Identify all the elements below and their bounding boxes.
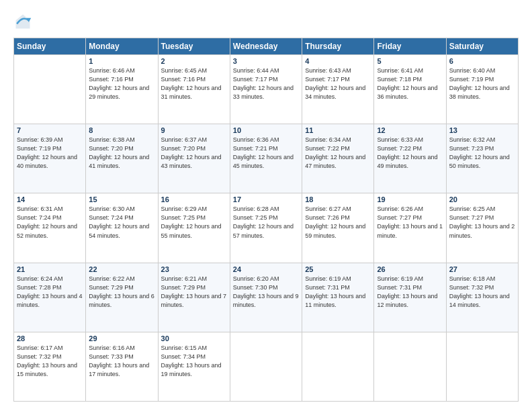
day-cell: 28 Sunrise: 6:17 AMSunset: 7:32 PMDaylig… [14, 332, 86, 401]
day-cell: 11 Sunrise: 6:34 AMSunset: 7:22 PMDaylig… [302, 124, 374, 193]
day-cell: 12 Sunrise: 6:33 AMSunset: 7:22 PMDaylig… [374, 124, 446, 193]
logo-icon [13, 12, 32, 31]
day-cell [230, 332, 302, 401]
header-day-tuesday: Tuesday [158, 38, 230, 55]
day-cell: 19 Sunrise: 6:26 AMSunset: 7:27 PMDaylig… [374, 193, 446, 263]
day-number: 11 [305, 126, 371, 134]
day-number: 21 [17, 265, 83, 273]
day-cell: 2 Sunrise: 6:45 AMSunset: 7:16 PMDayligh… [158, 55, 230, 124]
day-cell: 3 Sunrise: 6:44 AMSunset: 7:17 PMDayligh… [230, 55, 302, 124]
day-number: 8 [89, 126, 154, 134]
day-info: Sunrise: 6:15 AMSunset: 7:34 PMDaylight:… [161, 344, 227, 379]
day-info: Sunrise: 6:19 AMSunset: 7:31 PMDaylight:… [377, 275, 443, 310]
week-row-4: 21 Sunrise: 6:24 AMSunset: 7:28 PMDaylig… [14, 263, 519, 332]
day-number: 18 [305, 195, 371, 203]
day-info: Sunrise: 6:24 AMSunset: 7:28 PMDaylight:… [17, 275, 83, 310]
day-cell: 4 Sunrise: 6:43 AMSunset: 7:17 PMDayligh… [302, 55, 374, 124]
day-number: 14 [17, 195, 83, 203]
header-day-sunday: Sunday [14, 38, 86, 55]
day-number: 7 [17, 126, 83, 134]
day-info: Sunrise: 6:19 AMSunset: 7:31 PMDaylight:… [305, 275, 371, 310]
day-number: 26 [377, 265, 443, 273]
day-info: Sunrise: 6:43 AMSunset: 7:17 PMDaylight:… [305, 66, 371, 101]
day-info: Sunrise: 6:27 AMSunset: 7:26 PMDaylight:… [305, 205, 371, 240]
day-number: 10 [233, 126, 299, 134]
day-cell: 17 Sunrise: 6:28 AMSunset: 7:25 PMDaylig… [230, 193, 302, 263]
week-row-3: 14 Sunrise: 6:31 AMSunset: 7:24 PMDaylig… [14, 193, 519, 263]
day-number: 13 [449, 126, 515, 134]
day-cell: 29 Sunrise: 6:16 AMSunset: 7:33 PMDaylig… [86, 332, 158, 401]
day-info: Sunrise: 6:18 AMSunset: 7:32 PMDaylight:… [449, 275, 515, 310]
day-info: Sunrise: 6:38 AMSunset: 7:20 PMDaylight:… [89, 136, 154, 171]
day-info: Sunrise: 6:36 AMSunset: 7:21 PMDaylight:… [233, 136, 299, 171]
day-info: Sunrise: 6:34 AMSunset: 7:22 PMDaylight:… [305, 136, 371, 171]
day-info: Sunrise: 6:45 AMSunset: 7:16 PMDaylight:… [161, 66, 227, 101]
week-row-2: 7 Sunrise: 6:39 AMSunset: 7:19 PMDayligh… [14, 124, 519, 193]
day-info: Sunrise: 6:33 AMSunset: 7:22 PMDaylight:… [377, 136, 443, 171]
day-number: 28 [17, 334, 83, 342]
day-number: 20 [449, 195, 515, 203]
day-cell: 30 Sunrise: 6:15 AMSunset: 7:34 PMDaylig… [158, 332, 230, 401]
day-cell: 7 Sunrise: 6:39 AMSunset: 7:19 PMDayligh… [14, 124, 86, 193]
page: SundayMondayTuesdayWednesdayThursdayFrid… [0, 0, 532, 411]
day-info: Sunrise: 6:39 AMSunset: 7:19 PMDaylight:… [17, 136, 83, 171]
logo [13, 12, 35, 31]
week-row-1: 1 Sunrise: 6:46 AMSunset: 7:16 PMDayligh… [14, 55, 519, 124]
day-cell: 8 Sunrise: 6:38 AMSunset: 7:20 PMDayligh… [86, 124, 158, 193]
calendar-table: SundayMondayTuesdayWednesdayThursdayFrid… [13, 38, 519, 402]
day-cell: 9 Sunrise: 6:37 AMSunset: 7:20 PMDayligh… [158, 124, 230, 193]
day-number: 27 [449, 265, 515, 273]
day-number: 24 [233, 265, 299, 273]
day-info: Sunrise: 6:16 AMSunset: 7:33 PMDaylight:… [89, 344, 154, 379]
day-info: Sunrise: 6:29 AMSunset: 7:25 PMDaylight:… [161, 205, 227, 240]
day-info: Sunrise: 6:31 AMSunset: 7:24 PMDaylight:… [17, 205, 83, 240]
day-info: Sunrise: 6:32 AMSunset: 7:23 PMDaylight:… [449, 136, 515, 171]
day-cell: 5 Sunrise: 6:41 AMSunset: 7:18 PMDayligh… [374, 55, 446, 124]
day-number: 5 [377, 57, 443, 65]
day-number: 12 [377, 126, 443, 134]
header [13, 12, 519, 31]
week-row-5: 28 Sunrise: 6:17 AMSunset: 7:32 PMDaylig… [14, 332, 519, 401]
day-cell [374, 332, 446, 401]
day-number: 29 [89, 334, 154, 342]
day-number: 16 [161, 195, 227, 203]
day-info: Sunrise: 6:46 AMSunset: 7:16 PMDaylight:… [89, 66, 154, 101]
header-day-saturday: Saturday [446, 38, 518, 55]
day-number: 2 [161, 57, 227, 65]
day-cell: 1 Sunrise: 6:46 AMSunset: 7:16 PMDayligh… [86, 55, 158, 124]
day-cell: 26 Sunrise: 6:19 AMSunset: 7:31 PMDaylig… [374, 263, 446, 332]
day-info: Sunrise: 6:21 AMSunset: 7:29 PMDaylight:… [161, 275, 227, 310]
day-number: 4 [305, 57, 371, 65]
day-number: 30 [161, 334, 227, 342]
day-cell: 13 Sunrise: 6:32 AMSunset: 7:23 PMDaylig… [446, 124, 518, 193]
day-cell: 15 Sunrise: 6:30 AMSunset: 7:24 PMDaylig… [86, 193, 158, 263]
day-number: 19 [377, 195, 443, 203]
day-cell: 20 Sunrise: 6:25 AMSunset: 7:27 PMDaylig… [446, 193, 518, 263]
day-cell: 23 Sunrise: 6:21 AMSunset: 7:29 PMDaylig… [158, 263, 230, 332]
day-info: Sunrise: 6:41 AMSunset: 7:18 PMDaylight:… [377, 66, 443, 101]
day-cell [14, 55, 86, 124]
header-day-friday: Friday [374, 38, 446, 55]
header-day-wednesday: Wednesday [230, 38, 302, 55]
day-number: 9 [161, 126, 227, 134]
day-cell: 25 Sunrise: 6:19 AMSunset: 7:31 PMDaylig… [302, 263, 374, 332]
day-cell: 22 Sunrise: 6:22 AMSunset: 7:29 PMDaylig… [86, 263, 158, 332]
day-cell: 14 Sunrise: 6:31 AMSunset: 7:24 PMDaylig… [14, 193, 86, 263]
day-info: Sunrise: 6:20 AMSunset: 7:30 PMDaylight:… [233, 275, 299, 310]
day-info: Sunrise: 6:30 AMSunset: 7:24 PMDaylight:… [89, 205, 154, 240]
day-info: Sunrise: 6:22 AMSunset: 7:29 PMDaylight:… [89, 275, 154, 310]
day-info: Sunrise: 6:40 AMSunset: 7:19 PMDaylight:… [449, 66, 515, 101]
day-number: 6 [449, 57, 515, 65]
day-info: Sunrise: 6:37 AMSunset: 7:20 PMDaylight:… [161, 136, 227, 171]
calendar-header-row: SundayMondayTuesdayWednesdayThursdayFrid… [14, 38, 519, 55]
day-info: Sunrise: 6:17 AMSunset: 7:32 PMDaylight:… [17, 344, 83, 379]
day-number: 15 [89, 195, 154, 203]
day-number: 25 [305, 265, 371, 273]
day-cell: 10 Sunrise: 6:36 AMSunset: 7:21 PMDaylig… [230, 124, 302, 193]
day-number: 23 [161, 265, 227, 273]
day-cell: 18 Sunrise: 6:27 AMSunset: 7:26 PMDaylig… [302, 193, 374, 263]
day-number: 17 [233, 195, 299, 203]
day-number: 3 [233, 57, 299, 65]
day-cell: 21 Sunrise: 6:24 AMSunset: 7:28 PMDaylig… [14, 263, 86, 332]
day-number: 22 [89, 265, 154, 273]
